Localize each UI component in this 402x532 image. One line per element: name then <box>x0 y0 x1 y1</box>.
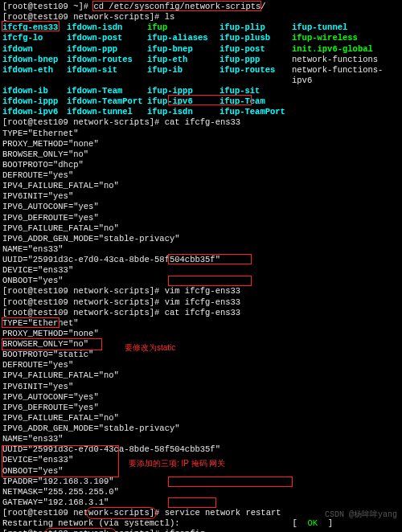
ls-item: ifcfg-lo <box>2 33 67 43</box>
ls-item: ifdown-ppp <box>67 44 147 55</box>
ls-item: ifup-bnep <box>147 44 219 55</box>
ls-item: ifup-aliases <box>147 33 219 43</box>
prompt-line[interactable]: [root@test109 network-scripts]# vim ifcf… <box>2 286 400 297</box>
ls-item: ifdown-ib <box>2 86 67 96</box>
config-line: GATEWAY="192.168.3.1" <box>2 497 400 508</box>
ls-item: ifdown-ippp <box>2 96 67 107</box>
ls-item: ifdown-bnep <box>2 55 67 65</box>
ls-item: ifup-plusb <box>219 33 292 43</box>
config-line: BROWSER_ONLY="no" <box>2 339 400 350</box>
ls-item: ifup-ipv6 <box>147 96 219 107</box>
ls-item: ifdown-sit <box>67 65 147 86</box>
config-line: IPV6_DEFROUTE="yes" <box>2 403 400 413</box>
ls-item: ifdown-post <box>67 33 147 43</box>
annotation-static: 要修改为static <box>125 343 175 354</box>
config-line: IPV6_DEFROUTE="yes" <box>2 213 400 223</box>
ls-item: ifup-isdn <box>147 107 219 117</box>
prompt-line[interactable]: [root@test109 network-scripts]# ls <box>2 12 400 23</box>
config-line: IPV6_ADDR_GEN_MODE="stable-privacy" <box>2 234 400 244</box>
ls-item: ifup-Team <box>219 96 292 107</box>
config-line: NAME="ens33" <box>2 434 400 444</box>
ls-item: ifcfg-ens33 <box>2 23 67 33</box>
prompt-line[interactable]: [root@test109 network-scripts]# vim ifcf… <box>2 297 400 308</box>
annotation-three: 要添加的三项: IP 掩码 网关 <box>129 459 225 469</box>
config-line: PROXY_METHOD="none" <box>2 329 400 339</box>
config-line: NAME="ens33" <box>2 244 400 255</box>
config-line: IPV6_AUTOCONF="yes" <box>2 202 400 212</box>
config-line: UUID="25991d3c-e7d0-43ca-8bde-58f504cbb3… <box>2 255 400 265</box>
ls-item: ifdown-tunnel <box>67 107 147 117</box>
config-line: TYPE="Ethernet" <box>2 129 400 139</box>
ls-item: ifup-ippp <box>147 86 219 96</box>
config-line: BOOTPROTO="dhcp" <box>2 160 400 170</box>
config-line: ONBOOT="yes" <box>2 276 400 286</box>
ls-item: ifdown <box>2 44 67 55</box>
config-line: IPV6INIT="yes" <box>2 191 400 202</box>
ls-item: ifup-eth <box>147 55 219 65</box>
ls-item <box>292 86 400 96</box>
ls-item: ifdown-isdn <box>67 23 147 33</box>
ls-item: ifup-TeamPort <box>219 107 292 117</box>
ls-item: network-functions <box>292 55 400 65</box>
config-line: UUID="25991d3c-e7d0-43ca-8bde-58f504cbb3… <box>2 444 400 455</box>
config-line: TYPE="Ethernet" <box>2 318 400 329</box>
ls-item: network-functions-ipv6 <box>292 65 400 86</box>
config-line: PROXY_METHOD="none" <box>2 139 400 149</box>
config-line: IPV6INIT="yes" <box>2 382 400 392</box>
ls-item <box>292 107 400 117</box>
config-line: BROWSER_ONLY="no" <box>2 149 400 160</box>
ls-item: ifdown-eth <box>2 65 67 86</box>
ls-item: ifup-ib <box>147 65 219 86</box>
prompt-line[interactable]: [root@test109 ~]# cd /etc/sysconfig/netw… <box>2 2 400 12</box>
ls-item: ifdown-TeamPort <box>67 96 147 107</box>
cat-output-2: TYPE="Ethernet"PROXY_METHOD="none"BROWSE… <box>2 318 400 508</box>
config-line: BOOTPROTO="static" <box>2 350 400 360</box>
ls-item: ifup-ppp <box>219 55 292 65</box>
ls-output: ifcfg-ens33ifdown-isdnifupifup-plipifup-… <box>2 23 400 117</box>
config-line: DEVICE="ens33" <box>2 265 400 276</box>
ls-item: ifdown-ipv6 <box>2 107 67 117</box>
ls-item <box>292 96 400 107</box>
config-line: IPV6_FAILURE_FATAL="no" <box>2 413 400 424</box>
config-line: NETMASK="255.255.255.0" <box>2 487 400 497</box>
watermark: CSDN @杨哞哞yang <box>325 510 397 521</box>
ls-item: init.ipv6-global <box>292 44 400 55</box>
ls-item: ifup-plip <box>219 23 292 33</box>
ls-item: ifup-wireless <box>292 33 400 43</box>
ls-item: ifup <box>147 23 219 33</box>
config-line: IPV4_FAILURE_FATAL="no" <box>2 370 400 381</box>
config-line: IPV6_FAILURE_FATAL="no" <box>2 223 400 234</box>
ls-item: ifup-post <box>219 44 292 55</box>
config-line: IPV6_ADDR_GEN_MODE="stable-privacy" <box>2 424 400 434</box>
ls-item: ifup-routes <box>219 65 292 86</box>
config-line: DEFROUTE="yes" <box>2 360 400 370</box>
config-line: IPV6_AUTOCONF="yes" <box>2 392 400 403</box>
ls-item: ifdown-routes <box>67 55 147 65</box>
config-line: DEFROUTE="yes" <box>2 170 400 181</box>
config-line: IPADDR="192.168.3.109" <box>2 477 400 487</box>
prompt-line[interactable]: [root@test109 network-scripts]# cat ifcf… <box>2 308 400 318</box>
ls-item: ifup-tunnel <box>292 23 400 33</box>
prompt-line[interactable]: [root@test109 network-scripts]# ifconfig <box>2 529 400 532</box>
cat-output-1: TYPE="Ethernet"PROXY_METHOD="none"BROWSE… <box>2 129 400 287</box>
ls-item: ifdown-Team <box>67 86 147 96</box>
config-line: IPV4_FAILURE_FATAL="no" <box>2 181 400 191</box>
service-output: Restarting network (via systemctl):[ OK … <box>2 518 400 529</box>
prompt-line[interactable]: [root@test109 network-scripts]# cat ifcf… <box>2 117 400 128</box>
ls-item: ifup-sit <box>219 86 292 96</box>
